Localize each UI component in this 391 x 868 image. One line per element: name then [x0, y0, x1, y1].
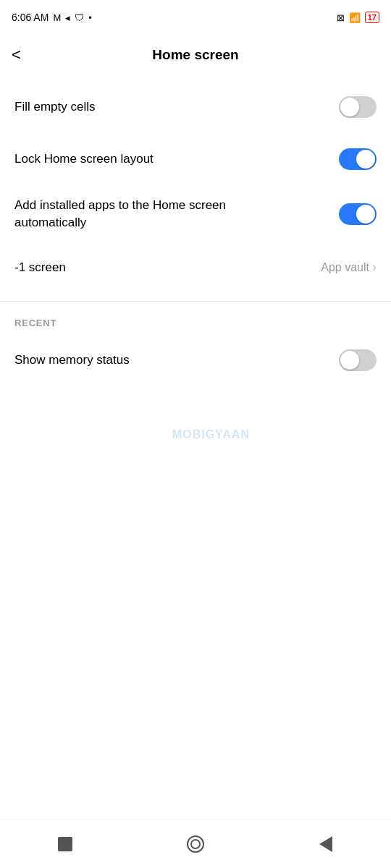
lock-home-screen-row: Lock Home screen layout	[0, 133, 391, 185]
add-installed-apps-toggle[interactable]	[339, 203, 377, 225]
show-memory-status-toggle-knob	[340, 351, 359, 370]
settings-list: Fill empty cells Lock Home screen layout…	[0, 75, 391, 298]
page-title: Home screen	[152, 47, 238, 63]
lock-home-screen-label: Lock Home screen layout	[14, 150, 290, 168]
status-right-icons: ⊠ 📶 17	[337, 12, 379, 23]
dot-icon: •	[88, 12, 92, 23]
recents-button[interactable]	[47, 826, 83, 862]
status-time-area: 6:06 AM M ◂ 🛡 •	[12, 12, 92, 23]
status-time: 6:06 AM	[12, 12, 49, 23]
battery-indicator: 17	[365, 12, 379, 23]
lock-home-screen-toggle[interactable]	[339, 148, 377, 170]
section-divider	[0, 301, 391, 302]
fill-empty-cells-row: Fill empty cells	[0, 81, 391, 133]
email-icon: M	[53, 12, 61, 23]
home-icon	[187, 835, 204, 853]
navigation-bar	[0, 819, 391, 868]
fill-empty-cells-label: Fill empty cells	[14, 98, 290, 116]
show-memory-status-label: Show memory status	[14, 352, 290, 369]
back-icon	[319, 836, 332, 852]
add-installed-apps-label: Add installed apps to the Home screen au…	[14, 197, 290, 231]
recents-icon	[58, 837, 72, 851]
wifi-icon: 📶	[349, 12, 361, 23]
fill-empty-cells-toggle[interactable]	[339, 96, 377, 118]
status-bar: 6:06 AM M ◂ 🛡 • ⊠ 📶 17	[0, 0, 391, 35]
minus-one-screen-row: -1 screen App vault ›	[0, 243, 391, 292]
recent-section: RECENT Show memory status	[0, 305, 391, 386]
back-button[interactable]: <	[12, 43, 27, 67]
minus-one-screen-label: -1 screen	[14, 260, 66, 275]
fill-empty-cells-toggle-knob	[340, 98, 359, 116]
show-memory-status-row: Show memory status	[0, 334, 391, 386]
page-header: < Home screen	[0, 35, 391, 75]
vpn-icon: 🛡	[75, 12, 84, 23]
show-memory-status-toggle[interactable]	[339, 349, 377, 371]
add-installed-apps-toggle-knob	[356, 205, 375, 224]
app-vault-link[interactable]: App vault ›	[321, 260, 377, 275]
watermark: MOBIGYAAN	[172, 428, 250, 441]
app-vault-label: App vault	[321, 261, 369, 274]
back-nav-button[interactable]	[308, 826, 344, 862]
add-installed-apps-row: Add installed apps to the Home screen au…	[0, 185, 391, 243]
navigation-icon: ◂	[65, 12, 70, 23]
screen-record-icon: ⊠	[337, 12, 345, 23]
lock-home-screen-toggle-knob	[356, 150, 375, 169]
home-button[interactable]	[177, 826, 214, 862]
recent-section-header: RECENT	[0, 305, 391, 334]
chevron-right-icon: ›	[372, 260, 377, 275]
